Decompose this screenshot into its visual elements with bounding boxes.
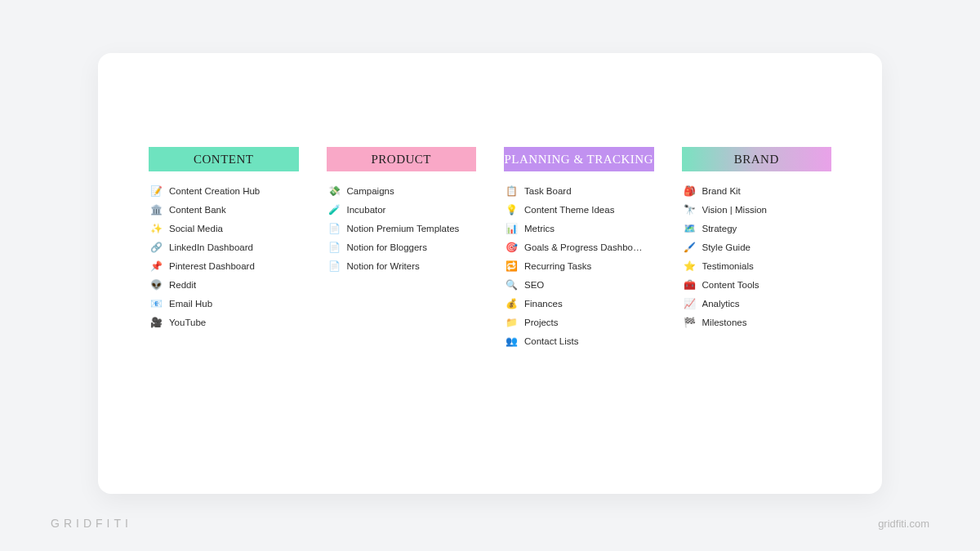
item-goals-progress-dashboard[interactable]: 🎯Goals & Progress Dashbo… xyxy=(504,238,654,256)
email-icon: 📧 xyxy=(150,297,163,309)
item-content-theme-ideas[interactable]: 💡Content Theme Ideas xyxy=(504,200,654,219)
item-analytics[interactable]: 📈Analytics xyxy=(682,294,832,313)
repeat-icon: 🔁 xyxy=(506,260,518,272)
product-items: 💸Campaigns 🧪Incubator 📄Notion Premium Te… xyxy=(327,181,477,275)
clipboard-icon: 📋 xyxy=(506,184,518,197)
item-label: Recurring Tasks xyxy=(524,261,591,271)
item-label: YouTube xyxy=(169,318,206,327)
item-label: Pinterest Dashboard xyxy=(169,261,255,271)
flask-icon: 🧪 xyxy=(328,203,341,216)
briefcase-icon: 🎒 xyxy=(684,184,696,197)
money-bag-icon: 💰 xyxy=(506,297,518,309)
item-label: Campaigns xyxy=(347,186,394,196)
item-content-tools[interactable]: 🧰Content Tools xyxy=(682,275,832,294)
item-finances[interactable]: 💰Finances xyxy=(504,294,654,313)
telescope-icon: 🔭 xyxy=(684,203,696,216)
item-label: Email Hub xyxy=(169,299,212,309)
item-seo[interactable]: 🔍SEO xyxy=(504,275,654,294)
notepad-icon: 📝 xyxy=(150,184,163,197)
item-label: LinkedIn Dashboard xyxy=(169,242,253,252)
item-content-creation-hub[interactable]: 📝Content Creation Hub xyxy=(149,181,299,200)
pinterest-icon: 📌 xyxy=(150,260,163,272)
column-header-product: PRODUCT xyxy=(327,147,477,171)
item-label: Content Creation Hub xyxy=(169,186,260,196)
flag-icon: 🏁 xyxy=(684,316,696,328)
item-strategy[interactable]: 🗺️Strategy xyxy=(682,219,832,238)
item-content-bank[interactable]: 🏛️Content Bank xyxy=(149,200,299,219)
item-label: Contact Lists xyxy=(524,336,578,346)
item-campaigns[interactable]: 💸Campaigns xyxy=(327,181,477,200)
item-contact-lists[interactable]: 👥Contact Lists xyxy=(504,331,654,350)
item-label: Metrics xyxy=(524,224,555,233)
item-youtube[interactable]: 🎥YouTube xyxy=(149,313,299,331)
item-label: Content Bank xyxy=(169,205,226,215)
page-icon: 📄 xyxy=(328,241,341,253)
item-label: SEO xyxy=(524,280,544,290)
watermark-logo: GRIDFITI xyxy=(51,517,132,530)
item-notion-for-bloggers[interactable]: 📄Notion for Bloggers xyxy=(327,238,477,256)
column-product: PRODUCT 💸Campaigns 🧪Incubator 📄Notion Pr… xyxy=(327,147,477,461)
item-notion-premium-templates[interactable]: 📄Notion Premium Templates xyxy=(327,219,477,238)
item-label: Analytics xyxy=(702,299,740,309)
item-label: Goals & Progress Dashbo… xyxy=(524,242,642,252)
item-label: Brand Kit xyxy=(702,186,741,196)
brand-items: 🎒Brand Kit 🔭Vision | Mission 🗺️Strategy … xyxy=(682,181,832,331)
item-label: Task Board xyxy=(524,186,572,196)
item-label: Notion for Bloggers xyxy=(347,242,427,252)
magnifier-icon: 🔍 xyxy=(506,278,518,291)
bar-chart-icon: 📊 xyxy=(506,222,518,234)
item-task-board[interactable]: 📋Task Board xyxy=(504,181,654,200)
item-label: Projects xyxy=(524,318,559,327)
item-label: Incubator xyxy=(347,205,386,215)
item-label: Finances xyxy=(524,299,563,309)
item-projects[interactable]: 📁Projects xyxy=(504,313,654,331)
item-incubator[interactable]: 🧪Incubator xyxy=(327,200,477,219)
bank-icon: 🏛️ xyxy=(150,203,163,216)
item-label: Strategy xyxy=(702,224,737,233)
star-icon: ⭐ xyxy=(684,260,696,272)
item-style-guide[interactable]: 🖌️Style Guide xyxy=(682,238,832,256)
dashboard-card: CONTENT 📝Content Creation Hub 🏛️Content … xyxy=(98,53,882,494)
item-label: Notion for Writers xyxy=(347,261,420,271)
item-label: Social Media xyxy=(169,224,223,233)
item-vision-mission[interactable]: 🔭Vision | Mission xyxy=(682,200,832,219)
paintbrush-icon: 🖌️ xyxy=(684,241,696,253)
column-brand: BRAND 🎒Brand Kit 🔭Vision | Mission 🗺️Str… xyxy=(682,147,832,461)
item-label: Reddit xyxy=(169,280,196,290)
toolbox-icon: 🧰 xyxy=(684,278,696,291)
reddit-icon: 👽 xyxy=(150,278,163,291)
money-icon: 💸 xyxy=(328,184,341,197)
lightbulb-icon: 💡 xyxy=(506,203,518,216)
item-label: Testimonials xyxy=(702,261,754,271)
page-icon: 📄 xyxy=(328,222,341,234)
contacts-icon: 👥 xyxy=(506,335,518,347)
column-header-brand: BRAND xyxy=(682,147,832,171)
item-metrics[interactable]: 📊Metrics xyxy=(504,219,654,238)
item-label: Notion Premium Templates xyxy=(347,224,460,233)
page-icon: 📄 xyxy=(328,260,341,272)
column-planning-tracking: PLANNING & TRACKING 📋Task Board 💡Content… xyxy=(504,147,654,461)
item-recurring-tasks[interactable]: 🔁Recurring Tasks xyxy=(504,256,654,275)
column-content: CONTENT 📝Content Creation Hub 🏛️Content … xyxy=(149,147,299,461)
item-label: Content Tools xyxy=(702,280,760,290)
item-label: Content Theme Ideas xyxy=(524,205,614,215)
item-linkedin-dashboard[interactable]: 🔗LinkedIn Dashboard xyxy=(149,238,299,256)
folder-icon: 📁 xyxy=(506,316,518,328)
column-header-content: CONTENT xyxy=(149,147,299,171)
item-pinterest-dashboard[interactable]: 📌Pinterest Dashboard xyxy=(149,256,299,275)
target-icon: 🎯 xyxy=(506,241,518,253)
item-label: Style Guide xyxy=(702,242,751,252)
chart-icon: 📈 xyxy=(684,297,696,309)
sparkle-icon: ✨ xyxy=(150,222,163,234)
item-milestones[interactable]: 🏁Milestones xyxy=(682,313,832,331)
map-icon: 🗺️ xyxy=(684,222,696,234)
item-label: Vision | Mission xyxy=(702,205,767,215)
content-items: 📝Content Creation Hub 🏛️Content Bank ✨So… xyxy=(149,181,299,331)
column-header-planning: PLANNING & TRACKING xyxy=(504,147,654,171)
item-social-media[interactable]: ✨Social Media xyxy=(149,219,299,238)
item-testimonials[interactable]: ⭐Testimonials xyxy=(682,256,832,275)
item-notion-for-writers[interactable]: 📄Notion for Writers xyxy=(327,256,477,275)
item-brand-kit[interactable]: 🎒Brand Kit xyxy=(682,181,832,200)
item-reddit[interactable]: 👽Reddit xyxy=(149,275,299,294)
item-email-hub[interactable]: 📧Email Hub xyxy=(149,294,299,313)
